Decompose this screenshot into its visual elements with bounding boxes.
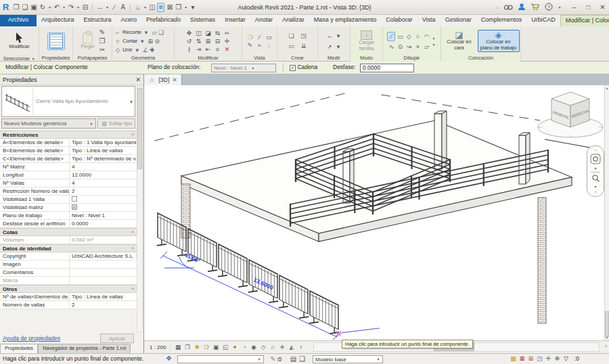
collapse-section-icon[interactable]: ^ (131, 246, 134, 252)
shadows-icon[interactable]: ❍ (202, 343, 210, 351)
drawing-canvas[interactable]: 45.00° 13.6000 FRONTAL DERECHA ○ ▾ (144, 85, 604, 340)
property-value[interactable]: 2 (70, 187, 137, 195)
checkbox[interactable] (72, 196, 77, 202)
panel-label-modo[interactable]: Modo (351, 55, 382, 62)
draw-circle-icon[interactable]: ○ (413, 32, 422, 41)
placement-plane-select[interactable]: Nivel : Nivel 1▾ (211, 64, 276, 72)
tab-complementos[interactable]: Complementos (476, 15, 527, 26)
zoom-icon[interactable] (591, 174, 600, 184)
save-icon[interactable]: ▣ (30, 3, 37, 12)
switch-windows-icon[interactable]: ❒ (175, 3, 182, 12)
sync-with-central-icon[interactable]: ↻ (39, 3, 46, 12)
caret-icon[interactable]: ▾ (105, 3, 109, 12)
default-3d-view-icon[interactable]: ⌂ (134, 3, 141, 12)
scale-icon[interactable]: ✂ (223, 29, 231, 37)
caret-icon[interactable]: ▾ (558, 3, 562, 12)
pick-face-icon[interactable]: ▱ (422, 43, 430, 51)
place-on-workplane-button[interactable]: ◈ Colocar en plano de trabajo (478, 30, 520, 52)
property-value[interactable]: Tipo : 1 Valla tipo ayuntami... (70, 139, 137, 146)
text-note-icon[interactable]: A (119, 3, 127, 12)
tab-modificar-colocar-componente[interactable]: Modificar | Colocar Componente (560, 15, 609, 26)
panel-label-dibujar[interactable]: Dibujar (383, 55, 441, 62)
chain-checkbox[interactable]: ✓ Cadena (290, 64, 317, 71)
property-value[interactable] (70, 269, 137, 276)
property-section-header[interactable]: Otros^ (0, 285, 137, 293)
create-group-icon[interactable]: ❏ (288, 32, 296, 40)
delete-icon[interactable]: ✕ (223, 45, 231, 53)
analytical-model-icon[interactable]: ⌂ (268, 343, 277, 351)
recorte-button[interactable]: ⌐Recorte▾▱❏ (114, 28, 164, 37)
property-value[interactable] (70, 277, 137, 284)
caret-icon[interactable]: ▾ (62, 3, 66, 12)
caret-icon[interactable]: ▾ (334, 43, 342, 51)
caret-icon[interactable]: ▾ (47, 3, 51, 12)
temporary-hide-icon[interactable]: ◔ (240, 343, 248, 351)
property-value[interactable]: Nivel : Nivel 1 (70, 212, 137, 219)
edit-type-button[interactable]: ⊞Editar tipo (97, 118, 135, 129)
minimize-icon[interactable]: – (570, 3, 578, 12)
panel-label-medir[interactable]: Medir (318, 55, 350, 62)
view-tab-3d[interactable]: ⌂ {3D} ✕ (144, 74, 182, 85)
navigation-lock-icon[interactable]: ◭ (287, 343, 296, 351)
trim-corner-icon[interactable]: ⇤ (204, 45, 212, 53)
reveal-constraints-icon[interactable]: ✛ (277, 343, 286, 351)
property-value[interactable]: Tipo : Nº determinado de v... (70, 155, 137, 162)
thin-lines-icon[interactable]: ≡ (157, 3, 164, 12)
match-properties-icon[interactable]: ✎ (99, 28, 106, 37)
tab-gestionar[interactable]: Gestionar (441, 15, 476, 26)
collapse-section-icon[interactable]: ^ (131, 132, 134, 138)
beam-join-icon[interactable]: ∠ (142, 46, 149, 54)
reveal-hidden-icon[interactable]: ❍ (246, 33, 254, 41)
scrollbar-thumb[interactable] (137, 88, 142, 169)
rotate-icon[interactable]: ↺ (185, 37, 194, 45)
properties-scrollbar[interactable] (137, 86, 143, 333)
mirror-axis-icon[interactable]: ◫ (195, 29, 203, 37)
wall-joins-icon[interactable]: ✚ (149, 46, 156, 54)
tab-analizar[interactable]: Analizar (277, 15, 309, 26)
temporary-dimensions[interactable] (160, 252, 380, 340)
tab-masa-y-emplazamiento[interactable]: Masa y emplazamiento (309, 15, 382, 26)
create-similar-icon[interactable]: ◳ (300, 32, 308, 40)
pick-lines-icon[interactable]: × (413, 43, 422, 51)
cut-clipboard-icon[interactable]: ✂ (99, 46, 106, 54)
tab-sistemas[interactable]: Sistemas (185, 15, 220, 26)
draw-partial-ellipse-icon[interactable]: ↝ (405, 43, 413, 51)
view-scale-button[interactable]: 1 : 200 (144, 344, 171, 350)
paint-icon[interactable]: ⊞ (147, 37, 154, 45)
design-options-pick-icon[interactable]: ❏ (298, 355, 306, 363)
undo-icon[interactable]: ↶ (53, 3, 60, 12)
caret-icon[interactable]: ▾ (334, 32, 342, 40)
dimension-icon[interactable]: ↗ (325, 43, 334, 51)
panel-label-vista[interactable]: Vista (242, 55, 277, 62)
crop-view-icon[interactable]: ▣ (211, 343, 220, 351)
place-on-face-button[interactable]: ◪ Colocar en cara (443, 30, 476, 52)
split-icon[interactable]: ∤ (185, 45, 194, 53)
crop-region-icon[interactable]: ▭ (265, 33, 273, 41)
offset-icon[interactable]: ⇅ (195, 37, 203, 45)
property-value[interactable]: 2 (70, 301, 137, 309)
linework-icon[interactable]: ∕ (256, 33, 264, 41)
type-selector[interactable]: Cierre Valla tipo Ayuntamiento ▼ (1, 86, 135, 117)
open-file-icon[interactable]: ❏ (21, 3, 28, 12)
property-section-header[interactable]: Restricciones^ (0, 131, 137, 139)
app-store-cart-icon[interactable] (531, 3, 540, 12)
tab-estructura[interactable]: Estructura (79, 15, 116, 26)
draw-scroll-down-icon[interactable]: ▾ (432, 42, 434, 47)
customize-qat-icon[interactable]: ▾ (189, 3, 196, 12)
tab-propiedades[interactable]: Propiedades (0, 344, 38, 353)
property-value[interactable]: 0.0000 (70, 220, 137, 227)
chevron-down-icon[interactable]: ▾ (594, 166, 596, 170)
file-tabs-icon[interactable]: ❐ (12, 3, 20, 12)
tab-acero[interactable]: Acero (116, 15, 142, 26)
property-value[interactable]: ✓ (70, 204, 137, 211)
mirror-pick-icon[interactable]: ◪ (204, 29, 212, 37)
copy-icon[interactable]: ⊞ (204, 37, 212, 45)
trim-extend-icon[interactable]: ⇥ (195, 45, 203, 53)
close-icon[interactable]: ✕ (135, 74, 141, 85)
property-value[interactable]: 4 (70, 179, 137, 187)
caret-icon[interactable]: ▾ (183, 3, 187, 12)
cortar-button[interactable]: ○Cortar▾⊞⊘ (114, 37, 160, 45)
checkbox[interactable]: ✓ (72, 204, 77, 210)
property-value[interactable]: 0.042 m³ (70, 236, 137, 244)
property-value[interactable] (70, 260, 137, 268)
